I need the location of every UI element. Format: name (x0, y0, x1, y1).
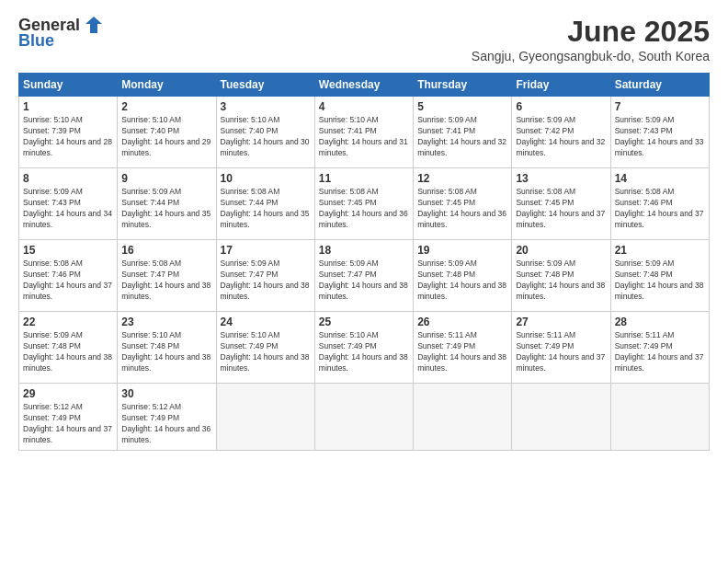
day-info: Sunrise: 5:08 AMSunset: 7:46 PMDaylight:… (615, 187, 705, 231)
calendar-day-cell: 18Sunrise: 5:09 AMSunset: 7:47 PMDayligh… (314, 240, 413, 312)
day-info: Sunrise: 5:12 AMSunset: 7:49 PMDaylight:… (23, 402, 113, 446)
calendar-week-row: 8Sunrise: 5:09 AMSunset: 7:43 PMDaylight… (19, 168, 710, 240)
calendar-day-cell: 14Sunrise: 5:08 AMSunset: 7:46 PMDayligh… (610, 168, 709, 240)
day-info: Sunrise: 5:08 AMSunset: 7:45 PMDaylight:… (319, 187, 409, 231)
calendar-day-cell: 10Sunrise: 5:08 AMSunset: 7:44 PMDayligh… (216, 168, 314, 240)
day-number: 15 (23, 244, 113, 257)
day-info: Sunrise: 5:10 AMSunset: 7:40 PMDaylight:… (221, 115, 311, 159)
day-number: 3 (221, 100, 311, 113)
weekday-header: Wednesday (314, 74, 413, 97)
day-info: Sunrise: 5:09 AMSunset: 7:48 PMDaylight:… (23, 330, 113, 374)
day-number: 10 (221, 172, 311, 185)
calendar-day-cell: 5Sunrise: 5:09 AMSunset: 7:41 PMDaylight… (414, 97, 512, 168)
calendar-day-cell: 27Sunrise: 5:11 AMSunset: 7:49 PMDayligh… (512, 312, 610, 384)
calendar-day-cell: 1Sunrise: 5:10 AMSunset: 7:39 PMDaylight… (19, 97, 118, 168)
day-number: 8 (23, 172, 113, 185)
day-info: Sunrise: 5:10 AMSunset: 7:49 PMDaylight:… (221, 330, 311, 374)
day-number: 14 (615, 172, 705, 185)
day-number: 26 (417, 316, 507, 328)
location-subtitle: Sangju, Gyeongsangbuk-do, South Korea (472, 49, 710, 63)
day-number: 11 (319, 172, 409, 185)
day-number: 27 (516, 316, 606, 328)
day-info: Sunrise: 5:09 AMSunset: 7:48 PMDaylight:… (516, 259, 606, 303)
day-info: Sunrise: 5:09 AMSunset: 7:44 PMDaylight:… (121, 187, 211, 231)
day-number: 23 (121, 316, 211, 328)
day-info: Sunrise: 5:09 AMSunset: 7:42 PMDaylight:… (516, 115, 606, 159)
calendar-day-cell: 22Sunrise: 5:09 AMSunset: 7:48 PMDayligh… (19, 312, 118, 384)
calendar-day-cell: 7Sunrise: 5:09 AMSunset: 7:43 PMDaylight… (610, 97, 709, 168)
day-number: 24 (221, 316, 311, 328)
calendar-day-cell: 21Sunrise: 5:09 AMSunset: 7:48 PMDayligh… (610, 240, 709, 312)
svg-marker-0 (85, 17, 102, 33)
day-info: Sunrise: 5:08 AMSunset: 7:45 PMDaylight:… (417, 187, 507, 231)
day-info: Sunrise: 5:09 AMSunset: 7:48 PMDaylight:… (615, 259, 705, 303)
day-number: 13 (516, 172, 606, 185)
day-info: Sunrise: 5:12 AMSunset: 7:49 PMDaylight:… (121, 402, 211, 446)
calendar-day-cell: 9Sunrise: 5:09 AMSunset: 7:44 PMDaylight… (118, 168, 216, 240)
day-number: 17 (221, 244, 311, 257)
calendar-day-cell: 29Sunrise: 5:12 AMSunset: 7:49 PMDayligh… (19, 384, 118, 451)
day-info: Sunrise: 5:09 AMSunset: 7:41 PMDaylight:… (417, 115, 507, 159)
day-info: Sunrise: 5:10 AMSunset: 7:40 PMDaylight:… (121, 115, 211, 159)
day-number: 5 (417, 100, 507, 113)
weekday-header: Monday (118, 74, 216, 97)
day-info: Sunrise: 5:08 AMSunset: 7:46 PMDaylight:… (23, 259, 113, 303)
day-number: 29 (23, 387, 113, 400)
calendar-week-row: 15Sunrise: 5:08 AMSunset: 7:46 PMDayligh… (19, 240, 710, 312)
day-info: Sunrise: 5:08 AMSunset: 7:47 PMDaylight:… (121, 259, 211, 303)
calendar-empty-cell (314, 384, 413, 451)
calendar-day-cell: 23Sunrise: 5:10 AMSunset: 7:48 PMDayligh… (118, 312, 216, 384)
logo: General Blue (18, 15, 104, 51)
logo-blue: Blue (18, 31, 54, 51)
calendar-table: SundayMondayTuesdayWednesdayThursdayFrid… (18, 73, 710, 451)
day-number: 1 (23, 100, 113, 113)
calendar-day-cell: 26Sunrise: 5:11 AMSunset: 7:49 PMDayligh… (414, 312, 512, 384)
day-info: Sunrise: 5:09 AMSunset: 7:43 PMDaylight:… (615, 115, 705, 159)
calendar-week-row: 29Sunrise: 5:12 AMSunset: 7:49 PMDayligh… (19, 384, 710, 451)
day-number: 4 (319, 100, 409, 113)
day-info: Sunrise: 5:09 AMSunset: 7:47 PMDaylight:… (319, 259, 409, 303)
calendar-page: General Blue June 2025 Sangju, Gyeongsan… (0, 0, 728, 563)
calendar-week-row: 1Sunrise: 5:10 AMSunset: 7:39 PMDaylight… (19, 97, 710, 168)
calendar-day-cell: 20Sunrise: 5:09 AMSunset: 7:48 PMDayligh… (512, 240, 610, 312)
month-title: June 2025 (472, 15, 710, 49)
calendar-day-cell: 12Sunrise: 5:08 AMSunset: 7:45 PMDayligh… (414, 168, 512, 240)
day-info: Sunrise: 5:10 AMSunset: 7:49 PMDaylight:… (319, 330, 409, 374)
calendar-day-cell: 15Sunrise: 5:08 AMSunset: 7:46 PMDayligh… (19, 240, 118, 312)
calendar-day-cell: 13Sunrise: 5:08 AMSunset: 7:45 PMDayligh… (512, 168, 610, 240)
day-info: Sunrise: 5:10 AMSunset: 7:39 PMDaylight:… (23, 115, 113, 159)
day-number: 25 (319, 316, 409, 328)
calendar-week-row: 22Sunrise: 5:09 AMSunset: 7:48 PMDayligh… (19, 312, 710, 384)
weekday-header: Friday (512, 74, 610, 97)
calendar-day-cell: 17Sunrise: 5:09 AMSunset: 7:47 PMDayligh… (216, 240, 314, 312)
day-number: 16 (121, 244, 211, 257)
calendar-empty-cell (414, 384, 512, 451)
day-info: Sunrise: 5:11 AMSunset: 7:49 PMDaylight:… (516, 330, 606, 374)
day-info: Sunrise: 5:11 AMSunset: 7:49 PMDaylight:… (417, 330, 507, 374)
weekday-header: Tuesday (216, 74, 314, 97)
day-info: Sunrise: 5:10 AMSunset: 7:41 PMDaylight:… (319, 115, 409, 159)
day-number: 21 (615, 244, 705, 257)
day-number: 18 (319, 244, 409, 257)
calendar-day-cell: 24Sunrise: 5:10 AMSunset: 7:49 PMDayligh… (216, 312, 314, 384)
calendar-day-cell: 30Sunrise: 5:12 AMSunset: 7:49 PMDayligh… (118, 384, 216, 451)
day-number: 28 (615, 316, 705, 328)
weekday-header: Thursday (414, 74, 512, 97)
day-number: 2 (121, 100, 211, 113)
day-info: Sunrise: 5:09 AMSunset: 7:47 PMDaylight:… (221, 259, 311, 303)
logo-icon (84, 15, 104, 35)
calendar-empty-cell (216, 384, 314, 451)
day-info: Sunrise: 5:09 AMSunset: 7:43 PMDaylight:… (23, 187, 113, 231)
calendar-day-cell: 25Sunrise: 5:10 AMSunset: 7:49 PMDayligh… (314, 312, 413, 384)
calendar-day-cell: 16Sunrise: 5:08 AMSunset: 7:47 PMDayligh… (118, 240, 216, 312)
day-info: Sunrise: 5:10 AMSunset: 7:48 PMDaylight:… (121, 330, 211, 374)
calendar-day-cell: 19Sunrise: 5:09 AMSunset: 7:48 PMDayligh… (414, 240, 512, 312)
day-number: 20 (516, 244, 606, 257)
day-info: Sunrise: 5:08 AMSunset: 7:45 PMDaylight:… (516, 187, 606, 231)
day-info: Sunrise: 5:08 AMSunset: 7:44 PMDaylight:… (221, 187, 311, 231)
day-number: 7 (615, 100, 705, 113)
day-number: 22 (23, 316, 113, 328)
calendar-day-cell: 2Sunrise: 5:10 AMSunset: 7:40 PMDaylight… (118, 97, 216, 168)
calendar-day-cell: 6Sunrise: 5:09 AMSunset: 7:42 PMDaylight… (512, 97, 610, 168)
calendar-day-cell: 8Sunrise: 5:09 AMSunset: 7:43 PMDaylight… (19, 168, 118, 240)
